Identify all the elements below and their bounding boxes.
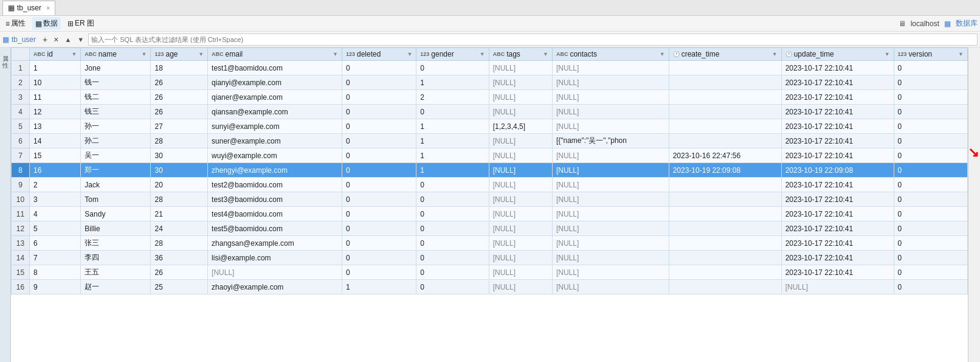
table-cell: 0: [894, 265, 967, 280]
col-deleted[interactable]: 123 deleted ▼: [342, 48, 416, 61]
col-version[interactable]: 123 version ▼: [894, 48, 967, 61]
toolbar-properties-btn[interactable]: ≡ 属性: [2, 17, 29, 30]
col-tags[interactable]: ABC tags ▼: [489, 48, 552, 61]
table-cell: 吴一: [81, 148, 151, 163]
table-row[interactable]: 816郑一30zhengyi@example.com01[NULL][NULL]…: [12, 163, 968, 178]
col-name[interactable]: ABC name ▼: [81, 48, 151, 61]
table-cell: 26: [151, 75, 208, 90]
tab-bar: ▦ tb_user ×: [0, 0, 980, 16]
table-cell: [NULL]: [489, 221, 552, 236]
col-update-time[interactable]: 🕐 update_time ▼: [781, 48, 894, 61]
table-row[interactable]: 103Tom28test3@baomidou.com00[NULL][NULL]…: [12, 192, 968, 207]
table-cell: 0: [416, 105, 489, 119]
table-cell: 0: [894, 221, 967, 236]
table-row[interactable]: 114Sandy21test4@baomidou.com00[NULL][NUL…: [12, 207, 968, 221]
table-cell: qiansan@example.com: [208, 105, 342, 119]
table-row[interactable]: 169赵一25zhaoyi@example.com10[NULL][NULL][…: [12, 280, 968, 294]
table-cell: Jone: [81, 61, 151, 75]
table-cell: sunyi@example.com: [208, 119, 342, 134]
col-email[interactable]: ABC email ▼: [208, 48, 342, 61]
delete-row-btn[interactable]: ×: [52, 34, 60, 45]
table-cell: 20: [151, 178, 208, 192]
table-cell: [NULL]: [489, 192, 552, 207]
table-cell: Jack: [81, 178, 151, 192]
table-cell: 30: [151, 163, 208, 178]
filter-input[interactable]: [88, 33, 978, 46]
row-number: 11: [12, 207, 30, 221]
row-number: 9: [12, 178, 30, 192]
table-cell: 2023-10-17 22:10:41: [781, 90, 894, 105]
er-label: ER 图: [75, 18, 94, 29]
table-cell: [NULL]: [552, 163, 669, 178]
db-label: 数据库: [956, 18, 978, 29]
table-cell: [NULL]: [552, 236, 669, 251]
table-cell: 2023-10-17 22:10:41: [781, 148, 894, 163]
col-contacts[interactable]: ABC contacts ▼: [552, 48, 669, 61]
table-cell: 0: [342, 105, 416, 119]
tab-tb-user[interactable]: ▦ tb_user ×: [2, 1, 55, 15]
tab-close-btn[interactable]: ×: [46, 4, 50, 12]
table-cell: 2023-10-17 22:10:41: [781, 134, 894, 148]
table-cell: [669, 221, 781, 236]
table-cell: [1,2,3,4,5]: [489, 119, 552, 134]
table-cell: 11: [30, 90, 81, 105]
table-cell: [669, 280, 781, 294]
table-cell: 0: [342, 75, 416, 90]
table-cell: 0: [894, 90, 967, 105]
table-cell: [NULL]: [489, 90, 552, 105]
table-cell: 2023-10-16 22:47:56: [669, 148, 781, 163]
table-row[interactable]: 11Jone18test1@baomidou.com00[NULL][NULL]…: [12, 61, 968, 75]
table-cell: 2023-10-17 22:10:41: [781, 236, 894, 251]
table-cell: [NULL]: [552, 105, 669, 119]
table-row[interactable]: 125Billie24test5@baomidou.com00[NULL][NU…: [12, 221, 968, 236]
row-number: 4: [12, 105, 30, 119]
row-number: 5: [12, 119, 30, 134]
add-row-btn[interactable]: +: [41, 34, 49, 45]
move-up-btn[interactable]: ▲: [63, 35, 73, 44]
table-container[interactable]: ABC id ▼ ABC name ▼: [11, 47, 968, 362]
col-age[interactable]: 123 age ▼: [151, 48, 208, 61]
table-cell: zhengyi@example.com: [208, 163, 342, 178]
table-cell: 0: [894, 148, 967, 163]
table-cell: [669, 61, 781, 75]
table-row[interactable]: 614孙二28suner@example.com01[NULL][{"name"…: [12, 134, 968, 148]
table-row[interactable]: 715吴一30wuyi@example.com01[NULL][NULL]202…: [12, 148, 968, 163]
table-row[interactable]: 136张三28zhangsan@example.com00[NULL][NULL…: [12, 236, 968, 251]
table-cell: 1: [416, 119, 489, 134]
row-number: 3: [12, 90, 30, 105]
col-gender[interactable]: 123 gender ▼: [416, 48, 489, 61]
table-cell: 1: [416, 75, 489, 90]
table-cell: 赵一: [81, 280, 151, 294]
table-cell: wuyi@example.com: [208, 148, 342, 163]
table-cell: [669, 236, 781, 251]
table-cell: 0: [894, 163, 967, 178]
row-number: 16: [12, 280, 30, 294]
table-cell: test1@baomidou.com: [208, 61, 342, 75]
table-cell: [NULL]: [489, 75, 552, 90]
table-row[interactable]: 210钱一26qianyi@example.com01[NULL][NULL]2…: [12, 75, 968, 90]
table-cell: 24: [151, 221, 208, 236]
table-cell: suner@example.com: [208, 134, 342, 148]
table-header-row: ABC id ▼ ABC name ▼: [12, 48, 968, 61]
table-row[interactable]: 147李四36lisi@example.com00[NULL][NULL]202…: [12, 251, 968, 265]
toolbar-er-btn[interactable]: ⊞ ER 图: [64, 17, 97, 30]
col-id[interactable]: ABC id ▼: [30, 48, 81, 61]
table-cell: 0: [342, 236, 416, 251]
table-cell: 12: [30, 105, 81, 119]
table-row[interactable]: 412钱三26qiansan@example.com00[NULL][NULL]…: [12, 105, 968, 119]
table-row[interactable]: 513孙一27sunyi@example.com01[1,2,3,4,5][NU…: [12, 119, 968, 134]
table-cell: [NULL]: [208, 265, 342, 280]
table-cell: 0: [894, 61, 967, 75]
table-cell: 0: [416, 207, 489, 221]
table-row[interactable]: 92Jack20test2@baomidou.com00[NULL][NULL]…: [12, 178, 968, 192]
table-row[interactable]: 158王五26[NULL]00[NULL][NULL]2023-10-17 22…: [12, 265, 968, 280]
table-cell: [NULL]: [552, 90, 669, 105]
toolbar-data-btn[interactable]: ▦ 数据: [32, 17, 61, 30]
move-down-btn[interactable]: ▼: [75, 35, 86, 44]
table-cell: 2023-10-17 22:10:41: [781, 221, 894, 236]
col-create-time[interactable]: 🕐 create_time ▼: [669, 48, 781, 61]
table-cell: [{"name":"吴一","phon: [552, 134, 669, 148]
table-cell: 26: [151, 265, 208, 280]
table-row[interactable]: 311钱二26qianer@example.com02[NULL][NULL]2…: [12, 90, 968, 105]
row-number: 6: [12, 134, 30, 148]
